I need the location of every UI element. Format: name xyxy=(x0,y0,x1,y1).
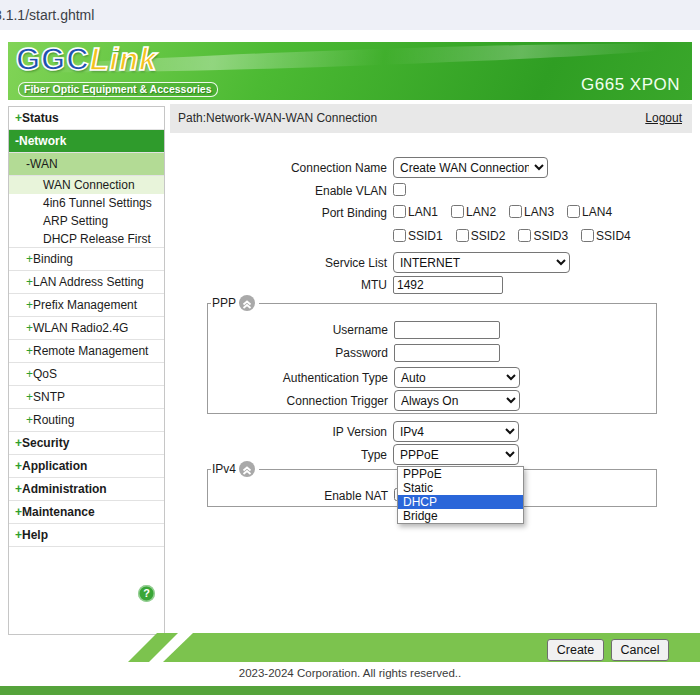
enable-vlan-checkbox[interactable] xyxy=(393,183,406,196)
lan4-label: LAN4 xyxy=(582,205,612,219)
service-list-select[interactable]: INTERNET xyxy=(393,252,570,273)
sidebar-item-wlan-radio24g[interactable]: +WLAN Radio2.4G xyxy=(9,317,164,340)
ppp-collapse-icon[interactable] xyxy=(239,295,255,311)
port-binding-label: Port Binding xyxy=(170,206,393,220)
create-button[interactable]: Create xyxy=(547,639,604,661)
authentication-type-label: Authentication Type xyxy=(208,371,394,385)
breadcrumb-bar: Path:Network-WAN-WAN Connection Logout xyxy=(170,104,692,133)
username-label: Username xyxy=(208,323,394,337)
type-option-dhcp[interactable]: DHCP xyxy=(398,495,523,509)
type-option-bridge[interactable]: Bridge xyxy=(398,509,523,523)
sidebar-item-administration[interactable]: +Administration xyxy=(9,478,164,501)
sidebar-item-prefix-management[interactable]: +Prefix Management xyxy=(9,294,164,317)
connection-name-row: Connection NameCreate WAN Connection xyxy=(170,157,694,179)
username-row: Username xyxy=(208,321,656,343)
sidebar-item-dhcp-release-first[interactable]: DHCP Release First xyxy=(9,230,164,248)
sidebar-item-wan-connection[interactable]: WAN Connection xyxy=(9,176,164,194)
port-binding-lan1-checkbox[interactable] xyxy=(393,205,406,218)
sidebar-item-qos[interactable]: +QoS xyxy=(9,363,164,386)
lan3-label: LAN3 xyxy=(524,205,554,219)
browser-url-bar[interactable]: 8.1.1/start.ghtml xyxy=(0,0,700,30)
sidebar-item-security[interactable]: +Security xyxy=(9,432,164,455)
port-binding-lan-row: Port BindingLAN1LAN2LAN3LAN4 xyxy=(170,205,694,227)
sidebar-item-help[interactable]: +Help xyxy=(9,524,164,547)
cancel-button[interactable]: Cancel xyxy=(611,639,669,661)
sidebar-item-wan[interactable]: -WAN xyxy=(9,153,164,176)
sidebar-item-sntp[interactable]: +SNTP xyxy=(9,386,164,409)
sidebar-item-lan-address-setting[interactable]: +LAN Address Setting xyxy=(9,271,164,294)
lan1-label: LAN1 xyxy=(408,205,438,219)
connection-trigger-label: Connection Trigger xyxy=(208,394,394,408)
port-binding-ssid2-checkbox[interactable] xyxy=(456,229,469,242)
device-model-label: G665 XPON xyxy=(581,75,680,95)
password-row: Password xyxy=(208,344,656,366)
port-binding-lan4-checkbox[interactable] xyxy=(567,205,580,218)
bottom-green-strip xyxy=(0,686,700,695)
header-banner: GGCLink Fiber Optic Equipment & Accessor… xyxy=(8,42,692,100)
ip-version-row: IP VersionIPv4 xyxy=(170,421,694,443)
type-option-static[interactable]: Static xyxy=(398,481,523,495)
sidebar-item-application[interactable]: +Application xyxy=(9,455,164,478)
mtu-input[interactable] xyxy=(393,276,503,294)
port-binding-lan2-checkbox[interactable] xyxy=(451,205,464,218)
username-input[interactable] xyxy=(394,321,500,339)
port-binding-lan3-checkbox[interactable] xyxy=(509,205,522,218)
logout-link[interactable]: Logout xyxy=(645,104,682,133)
connection-name-label: Connection Name xyxy=(170,161,393,175)
mtu-label: MTU xyxy=(170,278,393,292)
logo-text-accent: Link xyxy=(90,42,158,77)
ipv4-collapse-icon[interactable] xyxy=(239,461,255,477)
connection-trigger-row: Connection TriggerAlways On xyxy=(208,390,656,412)
password-input[interactable] xyxy=(394,344,500,362)
password-label: Password xyxy=(208,346,394,360)
ppp-section: PPP Username Password Authentication Typ… xyxy=(207,303,657,414)
connection-trigger-select[interactable]: Always On xyxy=(394,390,520,411)
sidebar-item-remote-management[interactable]: +Remote Management xyxy=(9,340,164,363)
connection-name-select[interactable]: Create WAN Connection xyxy=(393,157,548,178)
type-label: Type xyxy=(170,448,393,462)
type-dropdown-list: PPPoE Static DHCP Bridge xyxy=(397,466,524,524)
copyright-text: 2023-2024 Corporation. All rights reserv… xyxy=(0,667,700,679)
sidebar-item-network[interactable]: -Network xyxy=(9,130,164,153)
port-binding-ssid4-checkbox[interactable] xyxy=(581,229,594,242)
lan2-label: LAN2 xyxy=(466,205,496,219)
authentication-type-select[interactable]: Auto xyxy=(394,367,520,388)
browser-url-text: 8.1.1/start.ghtml xyxy=(0,0,94,30)
help-icon[interactable]: ? xyxy=(138,585,155,602)
sidebar-item-status[interactable]: +Status xyxy=(9,107,164,130)
port-binding-ssid3-checkbox[interactable] xyxy=(518,229,531,242)
port-binding-ssid1-checkbox[interactable] xyxy=(393,229,406,242)
logo-text-main: GGC xyxy=(16,42,90,77)
ipv4-section-title: IPv4 xyxy=(212,462,236,476)
ssid3-label: SSID3 xyxy=(533,229,568,243)
ssid2-label: SSID2 xyxy=(471,229,506,243)
sidebar-item-arp-setting[interactable]: ARP Setting xyxy=(9,212,164,230)
ssid4-label: SSID4 xyxy=(596,229,631,243)
enable-nat-label: Enable NAT xyxy=(208,489,394,503)
breadcrumb: Path:Network-WAN-WAN Connection xyxy=(178,104,377,133)
ip-version-select[interactable]: IPv4 xyxy=(393,421,519,442)
ip-version-label: IP Version xyxy=(170,425,393,439)
authentication-type-row: Authentication TypeAuto xyxy=(208,367,656,389)
ppp-section-title: PPP xyxy=(212,296,236,310)
brand-logo: GGCLink xyxy=(16,42,157,78)
enable-vlan-label: Enable VLAN xyxy=(170,184,393,198)
sidebar-item-routing[interactable]: +Routing xyxy=(9,409,164,432)
type-option-pppoe[interactable]: PPPoE xyxy=(398,467,523,481)
brand-tagline: Fiber Optic Equipment & Accessories xyxy=(18,82,218,97)
enable-vlan-row: Enable VLAN xyxy=(170,183,694,205)
sidebar-item-maintenance[interactable]: +Maintenance xyxy=(9,501,164,524)
sidebar-item-binding[interactable]: +Binding xyxy=(9,248,164,271)
sidebar-item-4in6-tunnel-settings[interactable]: 4in6 Tunnel Settings xyxy=(9,194,164,212)
service-list-label: Service List xyxy=(170,256,393,270)
service-list-row: Service ListINTERNET xyxy=(170,252,694,274)
sidebar-nav: +Status -Network -WAN WAN Connection 4in… xyxy=(8,106,165,635)
port-binding-ssid-row: SSID1SSID2SSID3SSID4 xyxy=(170,229,694,251)
ssid1-label: SSID1 xyxy=(408,229,443,243)
type-select[interactable]: PPPoE xyxy=(393,444,519,465)
